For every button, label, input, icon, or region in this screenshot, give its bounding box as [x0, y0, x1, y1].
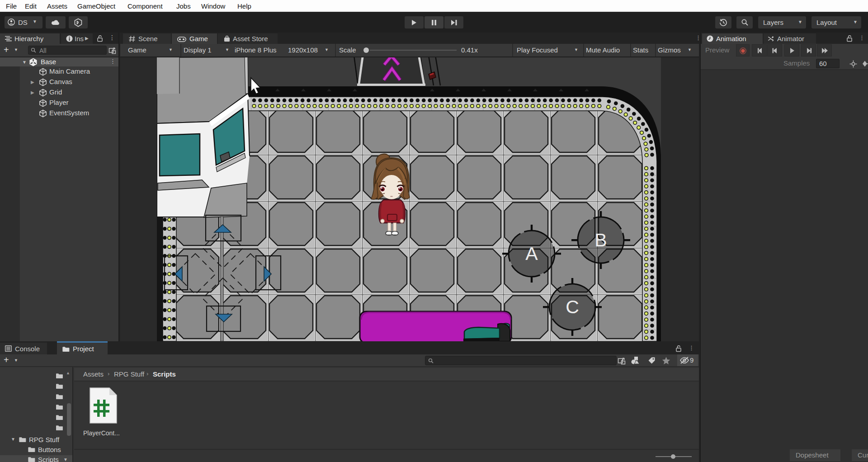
svg-text:C: C — [566, 297, 579, 317]
svg-text:A: A — [525, 243, 538, 264]
svg-text:B: B — [594, 230, 607, 250]
